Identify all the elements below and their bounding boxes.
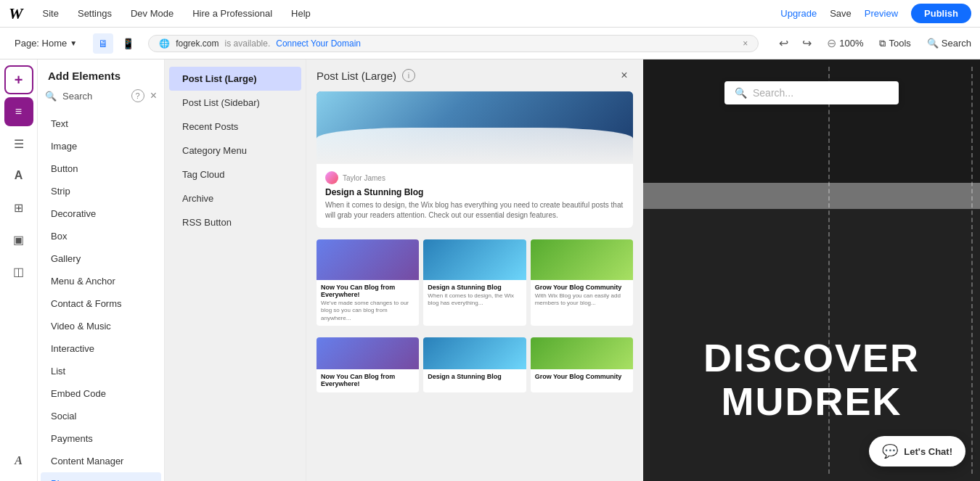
close-panel-icon[interactable]: × <box>150 89 157 102</box>
card-title: Design a Stunning Blog <box>325 187 624 197</box>
nav-settings[interactable]: Settings <box>75 7 115 20</box>
upgrade-button[interactable]: Upgrade <box>780 8 817 19</box>
author-name: Taylor James <box>343 174 385 182</box>
grid-card-img-6 <box>531 337 633 369</box>
preview-button[interactable]: Preview <box>865 8 898 19</box>
search-bar-widget[interactable]: 🔍 Search... <box>724 81 899 104</box>
close-preview-icon[interactable]: × <box>616 67 633 84</box>
chat-widget[interactable]: 💬 Let's Chat! <box>869 436 965 466</box>
grid-card-5-title: Design a Stunning Blog <box>428 373 521 380</box>
url-bar: 🌐 fogrek.com is available. Connect Your … <box>148 35 759 52</box>
grid-cards-row1: Now You Can Blog from Everywhere! We've … <box>317 239 633 326</box>
page-selector[interactable]: Page: Home ▼ <box>9 35 83 52</box>
sub-post-list-sidebar[interactable]: Post List (Sidebar) <box>169 91 301 115</box>
grid-card-2-title: Design a Stunning Blog <box>428 284 521 291</box>
discover-line1: DISCOVER <box>703 337 920 379</box>
preview-header: Post List (Large) i × <box>306 59 643 89</box>
add-elements-icon[interactable]: + <box>4 65 33 94</box>
tools-label: Tools <box>889 38 910 49</box>
el-gallery[interactable]: Gallery <box>41 247 161 270</box>
sub-post-list-large[interactable]: Post List (Large) <box>169 67 301 91</box>
grid-card-5[interactable]: Design a Stunning Blog <box>423 337 526 392</box>
text-elements-icon[interactable]: A <box>4 161 33 190</box>
main-layout: + ≡ ☰ A ⊞ ▣ ◫ A Add Elements 🔍 Search ? … <box>0 59 980 481</box>
sub-recent-posts[interactable]: Recent Posts <box>169 115 301 139</box>
search-icon: 🔍 <box>735 87 747 99</box>
preview-large-card[interactable]: Taylor James Design a Stunning Blog When… <box>317 91 633 228</box>
el-social[interactable]: Social <box>41 405 161 427</box>
grid-card-6[interactable]: Grow Your Blog Community <box>531 337 633 392</box>
grid-card-2[interactable]: Design a Stunning Blog When it comes to … <box>423 239 526 326</box>
redo-button[interactable]: ↪ <box>796 33 817 54</box>
nav-site[interactable]: Site <box>40 7 62 20</box>
el-blog[interactable]: Blog <box>41 472 161 481</box>
layers-icon[interactable]: ≡ <box>4 97 33 126</box>
grid-card-3[interactable]: Grow Your Blog Community With Wix Blog y… <box>531 239 633 326</box>
el-payments[interactable]: Payments <box>41 427 161 450</box>
sub-category-menu[interactable]: Category Menu <box>169 139 301 163</box>
preview-panel: Post List (Large) i × Taylor James Desig… <box>306 59 643 481</box>
connect-domain-link[interactable]: Connect Your Domain <box>276 38 361 49</box>
save-button[interactable]: Save <box>830 8 852 19</box>
interactions-icon[interactable]: ◫ <box>4 257 33 286</box>
tools-button[interactable]: ⧉ Tools <box>873 35 916 52</box>
nav-help[interactable]: Help <box>288 7 314 20</box>
panel-header: Add Elements <box>38 59 164 89</box>
grid-card-1[interactable]: Now You Can Blog from Everywhere! We've … <box>317 239 419 326</box>
desktop-view-icon[interactable]: 🖥 <box>93 33 113 54</box>
grid-card-img-plant <box>531 239 633 280</box>
sub-tag-cloud[interactable]: Tag Cloud <box>169 163 301 186</box>
apps-icon[interactable]: ⊞ <box>4 193 33 222</box>
media-icon[interactable]: ▣ <box>4 225 33 254</box>
zoom-control[interactable]: ⊖ 100% <box>827 36 863 50</box>
grid-card-4-title: Now You Can Blog from Everywhere! <box>321 373 415 387</box>
add-elements-panel: Add Elements 🔍 Search ? × Text Image But… <box>38 59 165 481</box>
wix-logo: W <box>9 4 23 23</box>
address-right-controls: ↩ ↪ ⊖ 100% ⧉ Tools 🔍 Search <box>773 33 971 54</box>
nav-hire-professional[interactable]: Hire a Professional <box>189 7 275 20</box>
info-icon[interactable]: i <box>402 69 415 82</box>
el-content-manager[interactable]: Content Manager <box>41 450 161 472</box>
zoom-level: 100% <box>839 38 863 49</box>
sub-archive[interactable]: Archive <box>169 186 301 210</box>
dashed-border-right <box>971 67 973 474</box>
grid-card-6-title: Grow Your Blog Community <box>535 373 629 380</box>
sub-rss-button[interactable]: RSS Button <box>169 210 301 234</box>
panel-search-row[interactable]: 🔍 Search ? × <box>38 89 164 110</box>
search-label: Search <box>62 91 92 102</box>
el-list[interactable]: List <box>41 360 161 382</box>
pages-icon[interactable]: ☰ <box>4 129 33 158</box>
discover-text: DISCOVER MUDREK <box>703 337 920 423</box>
grid-card-1-desc: We've made some changes to our blog so y… <box>321 300 415 322</box>
el-text[interactable]: Text <box>41 112 161 135</box>
grid-card-4[interactable]: Now You Can Blog from Everywhere! <box>317 337 419 392</box>
grid-card-img-sea <box>423 239 526 280</box>
el-embed-code[interactable]: Embed Code <box>41 382 161 405</box>
mobile-view-icon[interactable]: 📱 <box>118 33 138 54</box>
nav-devmode[interactable]: Dev Mode <box>128 7 176 20</box>
preview-scroll[interactable]: Taylor James Design a Stunning Blog When… <box>306 89 643 481</box>
publish-button[interactable]: Publish <box>911 4 971 23</box>
help-icon[interactable]: ? <box>131 89 144 102</box>
domain-text: fogrek.com <box>176 38 219 49</box>
el-box[interactable]: Box <box>41 225 161 247</box>
el-menu-anchor[interactable]: Menu & Anchor <box>41 270 161 292</box>
search-button[interactable]: 🔍 Search <box>927 38 971 49</box>
el-contact-forms[interactable]: Contact & Forms <box>41 292 161 315</box>
el-decorative[interactable]: Decorative <box>41 202 161 225</box>
preview-title: Post List (Large) <box>317 70 396 82</box>
search-placeholder: Search... <box>753 87 793 99</box>
card-desc: When it comes to design, the Wix blog ha… <box>325 200 624 221</box>
el-interactive[interactable]: Interactive <box>41 337 161 360</box>
el-button[interactable]: Button <box>41 157 161 180</box>
top-nav: W Site Settings Dev Mode Hire a Professi… <box>0 0 980 28</box>
el-video-music[interactable]: Video & Music <box>41 315 161 337</box>
undo-button[interactable]: ↩ <box>773 33 793 54</box>
panel-title: Add Elements <box>48 70 121 82</box>
el-strip[interactable]: Strip <box>41 180 161 202</box>
close-banner-icon[interactable]: × <box>743 38 748 49</box>
search-label: Search <box>942 38 971 49</box>
el-image[interactable]: Image <box>41 135 161 157</box>
large-card-image <box>317 91 633 164</box>
store-icon[interactable]: A <box>4 446 33 475</box>
